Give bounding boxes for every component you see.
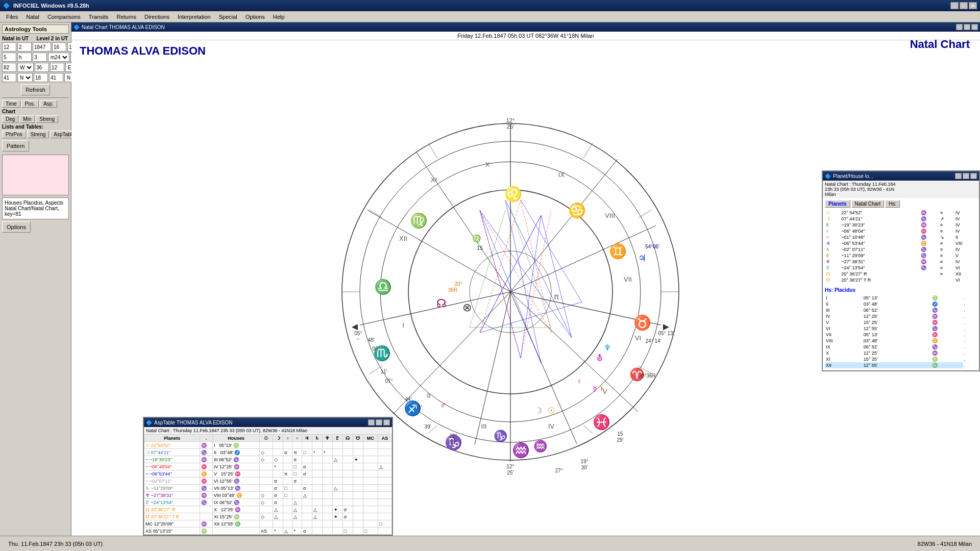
pisces-sign: ♓ (593, 414, 610, 431)
sub-maximize-btn[interactable]: □ (964, 24, 970, 30)
col-mars: ♂ (292, 435, 302, 442)
menu-options[interactable]: Options (241, 13, 269, 21)
table-row: VIII03° 48'♊. (825, 338, 977, 344)
natal-val1[interactable] (35, 63, 49, 72)
table-row: III06° 52'♑. (825, 307, 977, 313)
planet-cell: ~ ~02°07'11" (144, 478, 200, 485)
table-row: ☿~19° 30'23"♒≡IV (825, 222, 977, 228)
sign-cell: ♒ (200, 520, 213, 528)
menu-special[interactable]: Special (215, 13, 241, 21)
info-text: Houses Placidus, AspectsNatal Chart/Nata… (5, 200, 66, 217)
asp-cell: σ (292, 456, 302, 463)
asp-cell (342, 456, 353, 463)
asp-cell (332, 442, 342, 449)
tab-deg[interactable]: Deg (2, 115, 18, 123)
table-row: ♄~02° 07'11"♑≡IV (825, 246, 977, 253)
refresh-button[interactable]: Refresh (21, 84, 50, 95)
natal-h[interactable] (17, 53, 32, 62)
asp-cell: * (312, 449, 322, 456)
planet-tab-natal[interactable]: Natal Chart (851, 200, 885, 208)
minimize-btn[interactable]: _ (950, 2, 959, 9)
tab-streng[interactable]: Streng (36, 115, 58, 123)
asp-cell (378, 442, 391, 449)
planet-tab-planets[interactable]: Planets (825, 200, 850, 208)
tab-time[interactable]: Time (2, 100, 20, 108)
close-btn[interactable]: × (969, 2, 977, 9)
tab-pos[interactable]: Pos. (21, 100, 39, 108)
asp-cell (353, 513, 363, 520)
svg-line-18 (583, 143, 593, 158)
asp-maximize-btn[interactable]: □ (376, 419, 382, 425)
asp-cell (363, 456, 378, 463)
planet-maximize-btn[interactable]: □ (963, 173, 969, 179)
moon-symbol: ☽ (535, 406, 542, 415)
chart-type-label: Natal Chart (910, 38, 970, 51)
svg-line-9 (510, 292, 577, 444)
level2-label: Level 2 in UT (37, 36, 69, 41)
virgo-sign: ♍ (410, 212, 428, 229)
natal-dir2[interactable]: N (17, 73, 33, 82)
pattern-button[interactable]: Pattern (2, 140, 29, 152)
asp-cell (342, 485, 353, 492)
menu-help[interactable]: Help (269, 13, 289, 21)
planet-tab-hs[interactable]: Hs: (885, 200, 900, 208)
asp-cell (322, 470, 332, 478)
status-left: Thu. 11.Feb.1847 23h 33 (05h 03 UT) (8, 541, 103, 547)
menu-natal[interactable]: Natal (22, 13, 43, 21)
menu-interpretation[interactable]: Interpretation (174, 13, 215, 21)
natal-val2[interactable] (34, 73, 48, 82)
menu-returns[interactable]: Returns (112, 13, 140, 21)
natal-day[interactable] (2, 42, 16, 52)
houses-section-label: Hs: Placidus (825, 287, 977, 293)
right-deg2: 20°36R (639, 373, 655, 379)
table-row: ☉ 22°54'52" ♒ I 05°13' ♍ (144, 442, 392, 449)
asp-minimize-btn[interactable]: _ (368, 419, 375, 425)
col-dot: . (200, 435, 213, 442)
asp-close-btn[interactable]: × (383, 419, 390, 425)
house-cell: VI 12°55' ♑ (212, 478, 259, 485)
sub-close-btn[interactable]: × (971, 24, 978, 30)
venus-row: ♀ (825, 228, 840, 234)
title-bar-controls[interactable]: _ □ × (950, 2, 977, 9)
info-box: Houses Placidus, AspectsNatal Chart/Nata… (2, 197, 69, 219)
menu-directions[interactable]: Directions (140, 13, 174, 21)
asp-cell (302, 520, 312, 528)
natal-deg1[interactable] (2, 63, 16, 72)
asp-cell: □ (292, 470, 302, 478)
tab-phrpos[interactable]: PhrPos (2, 131, 26, 138)
tab-streng2[interactable]: Streng (27, 131, 49, 138)
level2-day[interactable] (52, 42, 66, 52)
natal-hour[interactable] (2, 53, 16, 62)
sign-cell: ♑ (200, 449, 213, 456)
level2-deg1[interactable] (50, 63, 64, 72)
tab-asp[interactable]: Asp. (40, 100, 57, 108)
maximize-btn[interactable]: □ (960, 2, 968, 9)
options-button[interactable]: Options (2, 221, 31, 233)
planet-title-controls[interactable]: _ □ × (955, 173, 977, 179)
natal-year[interactable] (33, 42, 51, 52)
natal-sec[interactable] (33, 53, 47, 62)
natal-dir1[interactable]: W (17, 63, 34, 72)
sub-minimize-btn[interactable]: _ (956, 24, 963, 30)
table-row: ♀~06° 48'04"♓≡IV (825, 228, 977, 234)
asp-cell (322, 492, 332, 499)
menu-comparisons[interactable]: Comparisons (43, 13, 85, 21)
asp-cell (332, 492, 342, 499)
natal-deg2[interactable] (2, 73, 16, 82)
planet-minimize-btn[interactable]: _ (955, 173, 962, 179)
asp-cell (283, 463, 292, 470)
natal-sign-dropdown[interactable]: m24 (48, 53, 69, 62)
level2-deg2[interactable] (49, 73, 63, 82)
house-num-3: III (481, 422, 487, 430)
natal-month[interactable] (17, 42, 32, 52)
asp-cell (342, 470, 353, 478)
menu-transits[interactable]: Transits (85, 13, 113, 21)
menu-files[interactable]: Files (2, 13, 22, 21)
sign-cell: ♓ (200, 478, 213, 485)
tab-min[interactable]: Min (19, 115, 35, 123)
asp-cell: σ (302, 485, 312, 492)
sub-title-controls[interactable]: _ □ × (956, 24, 978, 30)
planet-close-btn[interactable]: × (970, 173, 977, 179)
asp-cell (312, 520, 322, 528)
asp-title-controls[interactable]: _ □ × (368, 419, 390, 425)
